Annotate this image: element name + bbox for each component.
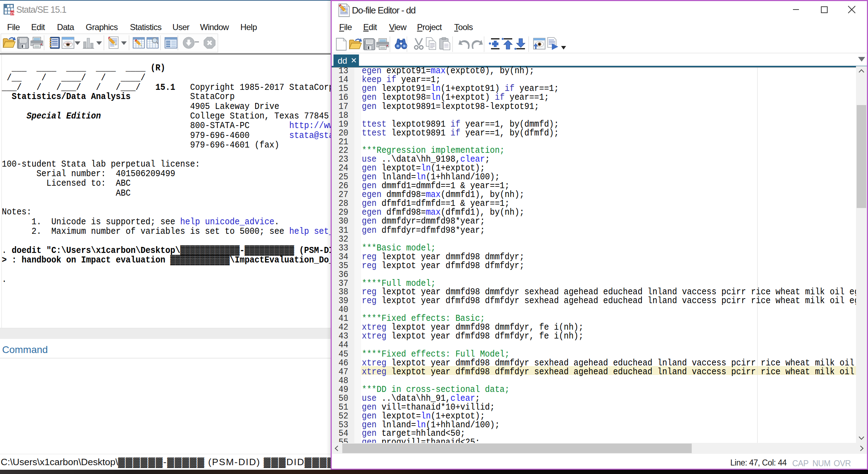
svg-text:15: 15 — [10, 11, 14, 15]
